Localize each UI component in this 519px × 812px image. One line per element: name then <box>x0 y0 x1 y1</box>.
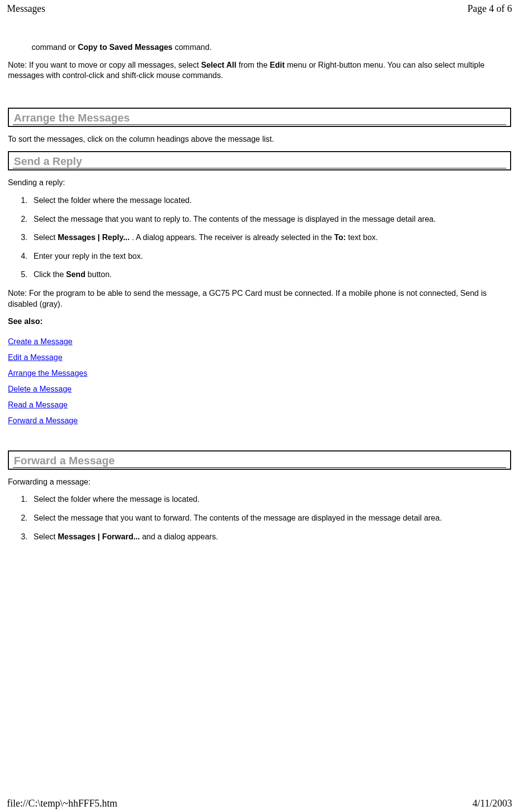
link-read-message[interactable]: Read a Message <box>8 401 68 409</box>
link-edit-message[interactable]: Edit a Message <box>8 353 62 362</box>
forward-intro: Forwarding a message: <box>8 477 511 487</box>
reply-steps: Select the folder where the message loca… <box>8 195 511 280</box>
continuation-text: command or Copy to Saved Messages comman… <box>8 42 511 53</box>
section-arrange-title: Arrange the Messages <box>13 112 506 125</box>
link-forward-message[interactable]: Forward a Message <box>8 416 78 425</box>
list-item: Select the folder where the message is l… <box>30 494 511 505</box>
section-forward-box: Forward a Message <box>8 450 511 470</box>
section-forward-title: Forward a Message <box>13 454 506 468</box>
page-number: Page 4 of 6 <box>467 3 512 14</box>
list-item: Enter your reply in the text box. <box>30 251 511 262</box>
section-arrange-box: Arrange the Messages <box>8 108 511 127</box>
note-paragraph: Note: If you want to move or copy all me… <box>8 60 511 81</box>
list-item: Select Messages | Reply... . A dialog ap… <box>30 232 511 243</box>
list-item: Select the message that you want to forw… <box>30 513 511 524</box>
link-create-message[interactable]: Create a Message <box>8 337 73 346</box>
forward-steps: Select the folder where the message is l… <box>8 494 511 542</box>
section-reply-title: Send a Reply <box>13 155 506 168</box>
header-title: Messages <box>7 3 45 14</box>
reply-intro: Sending a reply: <box>8 177 511 188</box>
link-delete-message[interactable]: Delete a Message <box>8 385 72 394</box>
link-arrange-messages[interactable]: Arrange the Messages <box>8 369 87 378</box>
footer-date: 4/11/2003 <box>473 798 512 809</box>
footer-path: file://C:\temp\~hhFFF5.htm <box>7 798 118 809</box>
list-item: Select the folder where the message loca… <box>30 195 511 206</box>
arrange-body: To sort the messages, click on the colum… <box>8 134 511 145</box>
section-reply-box: Send a Reply <box>8 151 511 170</box>
list-item: Click the Send button. <box>30 269 511 280</box>
see-also-label: See also: <box>8 316 511 327</box>
list-item: Select Messages | Forward... and a dialo… <box>30 531 511 542</box>
list-item: Select the message that you want to repl… <box>30 214 511 225</box>
reply-note: Note: For the program to be able to send… <box>8 288 511 309</box>
